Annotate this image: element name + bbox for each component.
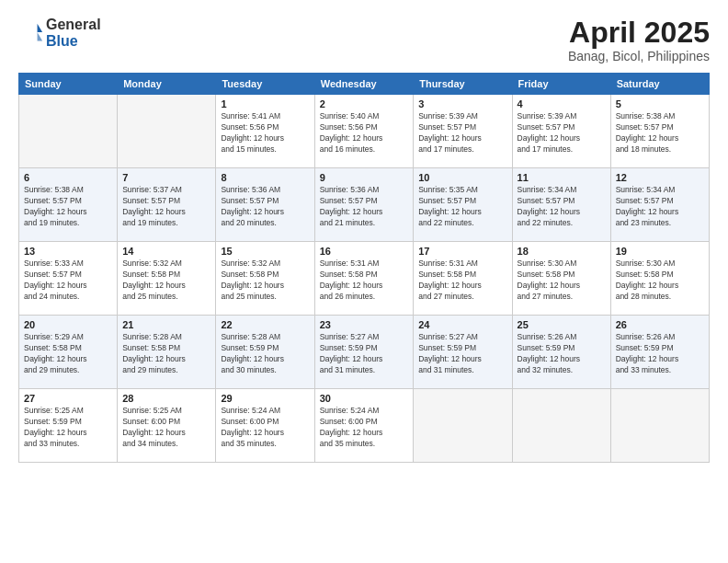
calendar-cell <box>610 389 709 463</box>
calendar-cell: 9Sunrise: 5:36 AM Sunset: 5:57 PM Daylig… <box>314 168 414 242</box>
day-number: 14 <box>122 246 210 257</box>
day-info: Sunrise: 5:25 AM Sunset: 6:00 PM Dayligh… <box>122 406 210 450</box>
calendar-cell: 14Sunrise: 5:32 AM Sunset: 5:58 PM Dayli… <box>118 242 216 316</box>
day-number: 20 <box>24 319 112 330</box>
calendar-cell: 24Sunrise: 5:27 AM Sunset: 5:59 PM Dayli… <box>414 316 512 389</box>
month-title: April 2025 <box>568 17 710 49</box>
day-info: Sunrise: 5:29 AM Sunset: 5:58 PM Dayligh… <box>24 332 112 376</box>
day-number: 16 <box>320 246 409 257</box>
day-info: Sunrise: 5:39 AM Sunset: 5:57 PM Dayligh… <box>418 111 506 155</box>
day-info: Sunrise: 5:37 AM Sunset: 5:57 PM Dayligh… <box>122 185 210 229</box>
day-info: Sunrise: 5:31 AM Sunset: 5:58 PM Dayligh… <box>418 259 506 303</box>
calendar-week-3: 13Sunrise: 5:33 AM Sunset: 5:57 PM Dayli… <box>19 242 710 316</box>
location: Banag, Bicol, Philippines <box>568 49 710 63</box>
day-number: 7 <box>122 172 210 183</box>
calendar-cell: 18Sunrise: 5:30 AM Sunset: 5:58 PM Dayli… <box>512 242 610 316</box>
title-block: April 2025 Banag, Bicol, Philippines <box>568 17 710 63</box>
svg-marker-1 <box>38 32 43 40</box>
day-number: 26 <box>616 319 704 330</box>
calendar-page: General Blue April 2025 Banag, Bicol, Ph… <box>0 0 728 563</box>
day-number: 11 <box>518 172 606 183</box>
calendar-cell: 23Sunrise: 5:27 AM Sunset: 5:59 PM Dayli… <box>314 316 414 389</box>
calendar-cell: 5Sunrise: 5:38 AM Sunset: 5:57 PM Daylig… <box>610 95 709 168</box>
svg-marker-0 <box>38 23 43 31</box>
day-info: Sunrise: 5:34 AM Sunset: 5:57 PM Dayligh… <box>518 185 606 229</box>
day-info: Sunrise: 5:26 AM Sunset: 5:59 PM Dayligh… <box>616 332 704 376</box>
calendar-cell: 2Sunrise: 5:40 AM Sunset: 5:56 PM Daylig… <box>314 95 414 168</box>
day-info: Sunrise: 5:32 AM Sunset: 5:58 PM Dayligh… <box>122 259 210 303</box>
day-number: 25 <box>518 319 606 330</box>
calendar-cell: 16Sunrise: 5:31 AM Sunset: 5:58 PM Dayli… <box>314 242 414 316</box>
calendar-cell: 21Sunrise: 5:28 AM Sunset: 5:58 PM Dayli… <box>118 316 216 389</box>
calendar-cell: 22Sunrise: 5:28 AM Sunset: 5:59 PM Dayli… <box>216 316 314 389</box>
calendar-cell: 13Sunrise: 5:33 AM Sunset: 5:57 PM Dayli… <box>19 242 118 316</box>
calendar-table: Sunday Monday Tuesday Wednesday Thursday… <box>18 73 710 463</box>
day-info: Sunrise: 5:39 AM Sunset: 5:57 PM Dayligh… <box>518 111 606 155</box>
day-number: 3 <box>418 98 506 109</box>
day-info: Sunrise: 5:30 AM Sunset: 5:58 PM Dayligh… <box>616 259 704 303</box>
header-saturday: Saturday <box>610 74 709 95</box>
day-info: Sunrise: 5:33 AM Sunset: 5:57 PM Dayligh… <box>24 259 112 303</box>
day-info: Sunrise: 5:28 AM Sunset: 5:59 PM Dayligh… <box>221 332 309 376</box>
day-info: Sunrise: 5:35 AM Sunset: 5:57 PM Dayligh… <box>418 185 506 229</box>
day-info: Sunrise: 5:38 AM Sunset: 5:57 PM Dayligh… <box>24 185 112 229</box>
day-number: 15 <box>221 246 309 257</box>
day-info: Sunrise: 5:36 AM Sunset: 5:57 PM Dayligh… <box>221 185 309 229</box>
calendar-week-2: 6Sunrise: 5:38 AM Sunset: 5:57 PM Daylig… <box>19 168 710 242</box>
day-number: 17 <box>418 246 506 257</box>
day-info: Sunrise: 5:27 AM Sunset: 5:59 PM Dayligh… <box>320 332 409 376</box>
calendar-week-5: 27Sunrise: 5:25 AM Sunset: 5:59 PM Dayli… <box>19 389 710 463</box>
calendar-cell: 10Sunrise: 5:35 AM Sunset: 5:57 PM Dayli… <box>414 168 512 242</box>
day-info: Sunrise: 5:24 AM Sunset: 6:00 PM Dayligh… <box>221 406 309 450</box>
day-info: Sunrise: 5:28 AM Sunset: 5:58 PM Dayligh… <box>122 332 210 376</box>
logo-general: General <box>46 17 101 33</box>
calendar-cell: 19Sunrise: 5:30 AM Sunset: 5:58 PM Dayli… <box>610 242 709 316</box>
day-number: 9 <box>320 172 409 183</box>
day-number: 28 <box>122 393 210 404</box>
day-number: 12 <box>616 172 704 183</box>
day-info: Sunrise: 5:26 AM Sunset: 5:59 PM Dayligh… <box>518 332 606 376</box>
header-tuesday: Tuesday <box>216 74 314 95</box>
day-number: 5 <box>616 98 704 109</box>
day-info: Sunrise: 5:32 AM Sunset: 5:58 PM Dayligh… <box>221 259 309 303</box>
day-number: 22 <box>221 319 309 330</box>
calendar-cell: 29Sunrise: 5:24 AM Sunset: 6:00 PM Dayli… <box>216 389 314 463</box>
logo-icon <box>18 20 44 46</box>
calendar-cell: 6Sunrise: 5:38 AM Sunset: 5:57 PM Daylig… <box>19 168 118 242</box>
calendar-cell: 7Sunrise: 5:37 AM Sunset: 5:57 PM Daylig… <box>118 168 216 242</box>
calendar-cell: 20Sunrise: 5:29 AM Sunset: 5:58 PM Dayli… <box>19 316 118 389</box>
day-number: 30 <box>320 393 409 404</box>
day-number: 18 <box>518 246 606 257</box>
header-row: Sunday Monday Tuesday Wednesday Thursday… <box>19 74 710 95</box>
header: General Blue April 2025 Banag, Bicol, Ph… <box>18 17 710 63</box>
calendar-cell: 27Sunrise: 5:25 AM Sunset: 5:59 PM Dayli… <box>19 389 118 463</box>
calendar-cell: 8Sunrise: 5:36 AM Sunset: 5:57 PM Daylig… <box>216 168 314 242</box>
day-number: 19 <box>616 246 704 257</box>
day-info: Sunrise: 5:25 AM Sunset: 5:59 PM Dayligh… <box>24 406 112 450</box>
calendar-week-1: 1Sunrise: 5:41 AM Sunset: 5:56 PM Daylig… <box>19 95 710 168</box>
day-info: Sunrise: 5:24 AM Sunset: 6:00 PM Dayligh… <box>320 406 409 450</box>
day-number: 8 <box>221 172 309 183</box>
day-number: 2 <box>320 98 409 109</box>
header-friday: Friday <box>512 74 610 95</box>
calendar-cell <box>118 95 216 168</box>
day-number: 21 <box>122 319 210 330</box>
header-sunday: Sunday <box>19 74 118 95</box>
calendar-cell <box>414 389 512 463</box>
day-info: Sunrise: 5:40 AM Sunset: 5:56 PM Dayligh… <box>320 111 409 155</box>
day-number: 4 <box>518 98 606 109</box>
day-info: Sunrise: 5:34 AM Sunset: 5:57 PM Dayligh… <box>616 185 704 229</box>
day-info: Sunrise: 5:27 AM Sunset: 5:59 PM Dayligh… <box>418 332 506 376</box>
day-info: Sunrise: 5:38 AM Sunset: 5:57 PM Dayligh… <box>616 111 704 155</box>
day-info: Sunrise: 5:30 AM Sunset: 5:58 PM Dayligh… <box>518 259 606 303</box>
day-number: 29 <box>221 393 309 404</box>
day-info: Sunrise: 5:41 AM Sunset: 5:56 PM Dayligh… <box>221 111 309 155</box>
calendar-cell: 3Sunrise: 5:39 AM Sunset: 5:57 PM Daylig… <box>414 95 512 168</box>
calendar-cell <box>512 389 610 463</box>
header-monday: Monday <box>118 74 216 95</box>
calendar-week-4: 20Sunrise: 5:29 AM Sunset: 5:58 PM Dayli… <box>19 316 710 389</box>
calendar-cell: 12Sunrise: 5:34 AM Sunset: 5:57 PM Dayli… <box>610 168 709 242</box>
calendar-cell: 11Sunrise: 5:34 AM Sunset: 5:57 PM Dayli… <box>512 168 610 242</box>
calendar-cell: 28Sunrise: 5:25 AM Sunset: 6:00 PM Dayli… <box>118 389 216 463</box>
day-number: 23 <box>320 319 409 330</box>
